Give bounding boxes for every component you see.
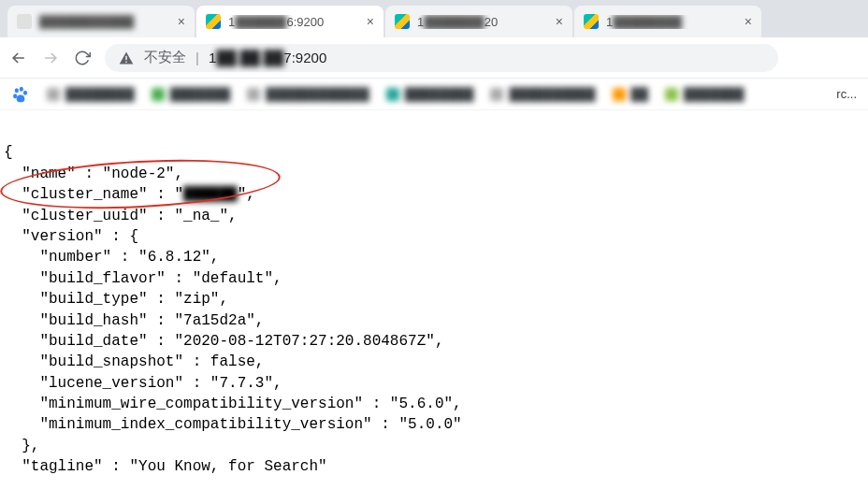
tab-title: 1██████6:9200 — [228, 15, 361, 29]
json-line-build-date: "build_date" : "2020-08-12T07:27:20.8048… — [4, 333, 443, 350]
url-prefix: 1 — [209, 50, 216, 65]
json-line-lucene-version: "lucene_version" : "7.7.3", — [4, 375, 282, 392]
not-secure-label: 不安全 — [144, 49, 186, 66]
tab-title-suffix: 6:9200 — [287, 15, 325, 29]
redacted-value: ██████ — [183, 184, 238, 205]
bookmark-item[interactable]: ██ — [613, 87, 648, 101]
svg-rect-1 — [125, 61, 126, 62]
json-line-min-index: "minimum_index_compatibility_version" : … — [4, 416, 462, 433]
browser-tab-3[interactable]: 1████████ × — [574, 6, 761, 37]
url-text: 1██.██.██7:9200 — [209, 50, 326, 65]
json-line-tagline: "tagline" : "You Know, for Search" — [4, 458, 327, 475]
json-line: { — [4, 144, 13, 161]
svg-point-4 — [23, 90, 27, 94]
json-line-min-wire: "minimum_wire_compatibility_version" : "… — [4, 396, 462, 412]
annotation-ellipse — [0, 153, 282, 215]
page-favicon — [17, 14, 32, 29]
tab-title: 1████████ — [606, 15, 739, 29]
json-line-build-snapshot: "build_snapshot" : false, — [4, 353, 264, 370]
tab-title-prefix: 1 — [417, 15, 424, 29]
browser-tab-0[interactable]: ███████████ × — [7, 6, 195, 37]
not-secure-warning-icon — [118, 50, 135, 65]
bookmarks-bar: ████████ ███████ ████████████ ████████ █… — [0, 79, 868, 110]
back-button[interactable] — [9, 49, 28, 67]
redacted-text: ██████ — [235, 15, 286, 29]
json-line-build-hash: "build_hash" : "7a15d2a", — [4, 312, 264, 329]
tab-title: 1███████20 — [417, 15, 550, 29]
tab-title-prefix: 1 — [606, 15, 613, 29]
close-icon[interactable]: × — [745, 14, 752, 29]
bookmark-item[interactable]: ███████ — [152, 87, 230, 101]
bookmark-item[interactable]: ████████ — [386, 87, 474, 101]
json-line-number: "number" : "6.8.12", — [4, 249, 219, 266]
bookmark-item[interactable]: ███████ — [665, 87, 744, 101]
json-line-name: "name" : "node-2", — [4, 166, 183, 182]
bookmark-item[interactable]: ████████ — [47, 87, 135, 101]
elasticsearch-favicon — [584, 14, 599, 29]
redacted-text: ██.██.██ — [216, 50, 283, 65]
bookmark-item[interactable]: ████████████ — [247, 87, 369, 101]
json-line-version-open: "version" : { — [4, 228, 138, 245]
tab-title-prefix: 1 — [228, 15, 235, 29]
tab-strip: ███████████ × 1██████6:9200 × 1███████20… — [0, 0, 868, 37]
redacted-text: ███████ — [424, 15, 484, 29]
json-line-build-flavor: "build_flavor" : "default", — [4, 270, 282, 287]
json-line-version-close: }, — [4, 438, 39, 454]
close-icon[interactable]: × — [556, 14, 563, 29]
svg-point-3 — [20, 86, 23, 91]
elasticsearch-favicon — [206, 14, 221, 29]
tab-title: ███████████ — [39, 15, 172, 29]
url-suffix: 7:9200 — [283, 50, 326, 65]
json-line-cluster-uuid: "cluster_uuid" : "_na_", — [4, 208, 238, 224]
json-line-build-type: "build_type" : "zip", — [4, 291, 228, 308]
baidu-paw-icon[interactable] — [11, 85, 30, 104]
address-bar-row: 不安全 | 1██.██.██7:9200 — [0, 37, 868, 79]
svg-point-5 — [13, 94, 17, 98]
json-line-cluster-name: "cluster_name" : "██████", — [4, 186, 255, 203]
bookmarks-overflow[interactable]: rc... — [836, 87, 857, 101]
tab-title-suffix: 20 — [485, 15, 498, 29]
address-bar[interactable]: 不安全 | 1██.██.██7:9200 — [105, 44, 778, 72]
browser-tab-2[interactable]: 1███████20 × — [385, 6, 572, 37]
close-icon[interactable]: × — [178, 14, 185, 29]
page-content: { "name" : "node-2", "cluster_name" : "█… — [0, 110, 868, 504]
redacted-text: ████████ — [613, 15, 682, 29]
reload-button[interactable] — [73, 49, 92, 67]
close-icon[interactable]: × — [367, 14, 374, 29]
forward-button[interactable] — [41, 49, 60, 67]
svg-rect-0 — [125, 55, 126, 59]
elasticsearch-favicon — [395, 14, 410, 29]
browser-tab-1[interactable]: 1██████6:9200 × — [196, 6, 383, 37]
svg-point-2 — [15, 88, 19, 93]
separator: | — [195, 50, 199, 65]
bookmark-item[interactable]: ██████████ — [490, 87, 595, 101]
